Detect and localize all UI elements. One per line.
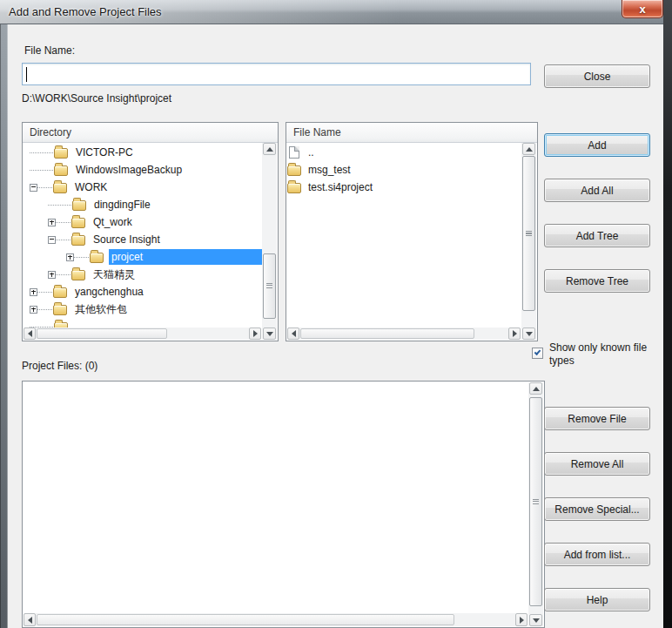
remove-file-button[interactable]: Remove File [544,407,650,430]
tree-item[interactable]: 其他软件包 [24,300,262,318]
tree-item[interactable]: yangchenghua [24,283,262,300]
close-button[interactable]: Close [544,64,650,88]
tree-item-label: dingdingFile [91,197,262,213]
expand-icon[interactable] [66,253,74,261]
scroll-thumb[interactable] [300,328,474,339]
show-known-types-checkbox[interactable] [532,348,543,359]
scroll-up-button[interactable] [263,143,276,155]
tree-item[interactable]: Qt_work [24,213,262,231]
arrow-down-icon [526,332,533,336]
arrow-right-icon [520,617,524,624]
scroll-left-button[interactable] [24,613,36,626]
scroll-thumb[interactable] [529,397,542,606]
scroll-right-button[interactable] [515,613,528,626]
scroll-up-button[interactable] [529,382,542,395]
title-bar[interactable]: Add and Remove Project Files [0,0,672,24]
text-caret [26,67,27,82]
scroll-thumb[interactable] [37,328,167,339]
directory-tree: VICTOR-PCWindowsImageBackupWORKdingdingF… [24,144,262,328]
expand-icon[interactable] [48,271,56,279]
arrow-right-icon [253,330,258,337]
file-list-item[interactable]: test.si4project [287,179,521,196]
show-known-types-label[interactable]: Show only known file types [549,341,657,368]
scroll-down-button[interactable] [522,328,535,340]
scroll-down-button[interactable] [529,614,542,626]
tree-connector [37,309,52,310]
arrow-down-icon [533,618,540,623]
directory-header[interactable]: Directory [23,123,278,143]
folder-icon [72,200,86,211]
scroll-left-button[interactable] [24,328,36,340]
file-name-label: File Name: [24,44,75,57]
scroll-up-button[interactable] [522,143,535,155]
expand-icon[interactable] [30,306,37,314]
folder-icon [71,218,85,228]
scroll-down-button[interactable] [263,328,276,340]
project-files-vertical-scrollbar[interactable] [528,382,543,626]
arrow-left-icon [292,330,296,337]
tree-item[interactable] [24,318,262,328]
folder-icon [287,183,301,193]
tree-item[interactable]: VICTOR-PC [24,144,262,161]
scroll-thumb[interactable] [263,253,276,319]
tree-connector [37,187,52,188]
add-from-list-button[interactable]: Add from list... [544,543,650,566]
window-title: Add and Remove Project Files [9,5,162,18]
tree-item-label: WORK [72,179,262,195]
folder-icon [53,183,67,193]
tree-connector [56,274,71,275]
file-name-header[interactable]: File Name [286,123,537,143]
project-files-horizontal-scrollbar[interactable] [24,613,528,626]
scroll-left-button[interactable] [287,328,299,340]
remove-special-button[interactable]: Remove Special... [544,497,650,521]
tree-item[interactable]: Source Insight [24,231,262,248]
file-list-vertical-scrollbar[interactable] [521,143,536,340]
collapse-icon[interactable] [30,184,37,192]
tree-item-label: 其他软件包 [72,300,262,319]
tree-connector [74,257,89,258]
current-path: D:\WORK\Source Insight\projcet [22,92,171,105]
tree-item[interactable]: projcet [24,248,262,266]
window-border-left [0,24,8,628]
thumb-grip-icon [533,499,539,505]
directory-panel: Directory VICTOR-PCWindowsImageBackupWOR… [22,122,279,341]
arrow-down-icon [266,332,273,336]
tree-connector [48,205,71,206]
remove-all-button[interactable]: Remove All [544,452,650,476]
file-item-label: test.si4project [306,179,374,195]
remove-tree-button[interactable]: Remove Tree [544,269,650,293]
scroll-right-button[interactable] [508,328,521,340]
add-all-button[interactable]: Add All [544,179,650,202]
project-files-label: Project Files: (0) [22,360,97,372]
folder-icon [287,165,301,176]
tree-item[interactable]: dingdingFile [24,196,262,213]
add-tree-button[interactable]: Add Tree [544,224,650,247]
folder-icon [53,287,67,298]
arrow-up-icon [266,147,273,152]
project-files-list[interactable] [22,381,545,628]
scroll-right-button[interactable] [249,328,261,340]
file-list-item[interactable]: msg_test [287,161,521,179]
help-button[interactable]: Help [544,588,650,611]
file-name-input[interactable] [22,63,531,85]
folder-icon [90,253,104,263]
collapse-icon[interactable] [48,236,56,244]
tree-item[interactable]: WORK [24,179,262,196]
file-list-horizontal-scrollbar[interactable] [287,328,521,340]
arrow-up-icon [533,387,540,391]
file-item-label: msg_test [306,162,353,178]
expand-icon[interactable] [30,288,37,296]
expand-icon[interactable] [48,219,56,226]
tree-item-label: 天猫精灵 [91,266,262,284]
add-button[interactable]: Add [544,133,650,157]
arrow-up-icon [526,147,533,152]
tree-item[interactable]: 天猫精灵 [24,266,262,283]
window-close-button[interactable]: x [622,0,663,18]
directory-horizontal-scrollbar[interactable] [24,328,261,340]
scroll-thumb[interactable] [37,614,454,625]
directory-vertical-scrollbar[interactable] [262,143,277,340]
tree-connector [37,292,52,293]
tree-item[interactable]: WindowsImageBackup [24,161,262,179]
scroll-thumb[interactable] [522,156,535,311]
file-list-item[interactable]: .. [287,144,521,161]
